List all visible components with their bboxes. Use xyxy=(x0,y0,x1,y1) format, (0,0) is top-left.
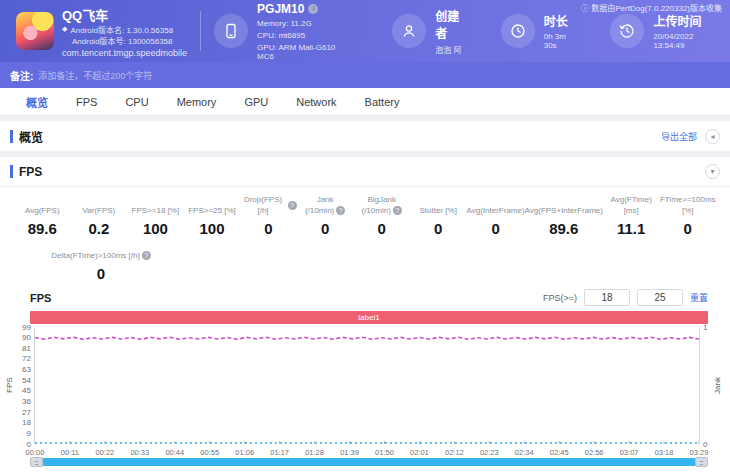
android-icon: ◆ xyxy=(62,25,67,33)
tab-Memory[interactable]: Memory xyxy=(163,96,231,108)
app-name: QQ飞车 xyxy=(62,5,187,24)
accent-bar xyxy=(10,165,13,178)
note-placeholder: 添加备注，不超过200个字符 xyxy=(38,69,152,82)
info-icon: ⓘ xyxy=(581,4,589,13)
header-divider xyxy=(200,11,201,51)
upload-label: 上传时间 xyxy=(653,12,720,29)
metric-value: 11.1 xyxy=(603,220,660,237)
export-all-link[interactable]: 导出全部 xyxy=(661,130,697,143)
fps-metrics-row2: Delta(FTime)>100ms [/h]?0 xyxy=(0,241,730,282)
chart-title: FPS xyxy=(30,292,51,304)
metric-Delta(FTime)>100ms [/h]: Delta(FTime)>100ms [/h]?0 xyxy=(26,241,176,282)
clock-icon xyxy=(501,14,535,48)
duration-value: 0h 3m 30s xyxy=(544,32,577,50)
metric-Jank: Jank(/10min)?0 xyxy=(297,196,354,237)
overview-section-header: 概览 导出全部 ◂ xyxy=(0,121,730,151)
metric-value: 100 xyxy=(184,220,241,237)
metric-value: 0.2 xyxy=(71,220,128,237)
help-icon[interactable]: ? xyxy=(288,201,297,210)
overview-title: 概览 xyxy=(19,128,43,145)
creator-group: 创建者 泡泡 阿 xyxy=(392,7,466,55)
fps-threshold2-input[interactable] xyxy=(637,289,683,306)
metric-BigJank: BigJank(/10min)?0 xyxy=(353,196,410,237)
y-axis-ticks: 0918273645546372819099 xyxy=(14,327,34,444)
tab-bar: 概览FPSCPUMemoryGPUNetworkBattery xyxy=(0,88,730,116)
app-icon xyxy=(16,12,54,50)
help-icon[interactable]: ? xyxy=(336,206,345,215)
accent-bar xyxy=(10,130,13,143)
device-gpu: GPU: ARM Mali-G610 MC6 xyxy=(257,43,346,61)
help-icon[interactable]: ? xyxy=(393,206,402,215)
scrollbar-left-handle[interactable] xyxy=(30,457,43,467)
reset-link[interactable]: 重置 xyxy=(690,291,708,304)
phone-icon xyxy=(214,14,248,48)
tab-GPU[interactable]: GPU xyxy=(230,96,282,108)
fps-threshold-label: FPS(>=) xyxy=(543,293,577,303)
metric-Avg(FPS): Avg(FPS)89.6 xyxy=(14,196,71,237)
metric-value: 0 xyxy=(240,220,297,237)
history-clock-icon xyxy=(610,14,644,48)
fps-panel: FPS ▾ Avg(FPS)89.6Var(FPS)0.2FPS>=18 [%]… xyxy=(0,157,730,472)
creator-label: 创建者 xyxy=(435,7,466,41)
y2-axis-label: Jank xyxy=(712,327,722,444)
metric-value: 0 xyxy=(659,220,716,237)
metric-Stutter [%]: Stutter [%]0 xyxy=(410,196,467,237)
android-version-name: Android版本名: 1.30.0.56358 xyxy=(70,24,173,35)
metric-FPS>=25 [%]: FPS>=25 [%]100 xyxy=(184,196,241,237)
device-model: PGJM10 xyxy=(257,2,304,16)
y-axis-label: FPS xyxy=(4,327,14,444)
chart-label-banner: label1 xyxy=(30,311,708,324)
metric-FPS>=18 [%]: FPS>=18 [%]100 xyxy=(127,196,184,237)
duration-label: 时长 xyxy=(544,12,577,29)
metric-value: 0 xyxy=(26,265,176,282)
upload-value: 20/04/2022 13:54:49 xyxy=(653,32,720,50)
help-icon[interactable]: ? xyxy=(142,251,151,260)
duration-group: 时长 0h 3m 30s xyxy=(501,12,577,50)
tab-Battery[interactable]: Battery xyxy=(351,96,414,108)
tab-FPS[interactable]: FPS xyxy=(62,96,111,108)
metric-value: 0 xyxy=(297,220,354,237)
fps-chart: FPS 0918273645546372819099 00:0000:1100:… xyxy=(4,327,722,444)
scrollbar-right-handle[interactable] xyxy=(695,457,708,467)
upload-group: 上传时间 20/04/2022 13:54:49 xyxy=(610,12,720,50)
overview-collapse-button[interactable]: ◂ xyxy=(705,129,720,144)
metric-FTime>=100ms [%]: FTime>=100ms [%]0 xyxy=(659,196,716,237)
app-package: com.tencent.tmgp.speedmobile xyxy=(62,48,187,58)
metric-value: 89.6 xyxy=(14,220,71,237)
tab-CPU[interactable]: CPU xyxy=(111,96,162,108)
android-version-code: Android版本号: 1300056358 xyxy=(72,35,173,46)
metric-Avg(FPS+InterFrame): Avg(FPS+InterFrame)89.6 xyxy=(525,196,603,237)
report-header: ⓘ 数据由PerfDog(7.0.220332)版本收集 QQ飞车 ◆ Andr… xyxy=(0,0,730,62)
metric-value: 0 xyxy=(353,220,410,237)
chart-scrollbar[interactable] xyxy=(30,458,708,466)
tab-Network[interactable]: Network xyxy=(282,96,350,108)
device-memory: Memory: 11.2G xyxy=(257,19,346,28)
metric-Avg(FTime) [ms]: Avg(FTime) [ms]11.1 xyxy=(603,196,660,237)
fps-collapse-button[interactable]: ▾ xyxy=(705,164,720,179)
chart-plot-area: 00:0000:1100:2200:3300:4400:5501:0601:17… xyxy=(34,327,700,444)
device-cpu: CPU: mt6895 xyxy=(257,31,346,40)
device-info-icon[interactable]: i xyxy=(308,4,318,14)
metric-value: 100 xyxy=(127,220,184,237)
metric-value: 0 xyxy=(410,220,467,237)
metric-value: 0 xyxy=(467,220,525,237)
creator-value: 泡泡 阿 xyxy=(435,44,466,55)
fps-metrics-row: Avg(FPS)89.6Var(FPS)0.2FPS>=18 [%]100FPS… xyxy=(0,187,730,239)
y2-axis-ticks: 01 xyxy=(700,327,712,444)
metric-Avg(InterFrame): Avg(InterFrame)0 xyxy=(467,196,525,237)
metric-Drop(FPS) [/h]: Drop(FPS) [/h]?0 xyxy=(240,196,297,237)
note-label: 备注: xyxy=(10,68,33,83)
user-icon xyxy=(392,14,426,48)
note-input[interactable]: 备注: 添加备注，不超过200个字符 xyxy=(0,62,730,88)
metric-Var(FPS): Var(FPS)0.2 xyxy=(71,196,128,237)
device-group: PGJM10 i Memory: 11.2G CPU: mt6895 GPU: … xyxy=(214,2,346,61)
fps-panel-title: FPS xyxy=(19,165,42,179)
perfdog-version-note: ⓘ 数据由PerfDog(7.0.220332)版本收集 xyxy=(581,2,722,13)
metric-value: 89.6 xyxy=(525,220,603,237)
tab-概览[interactable]: 概览 xyxy=(12,94,62,110)
fps-threshold1-input[interactable] xyxy=(584,289,630,306)
